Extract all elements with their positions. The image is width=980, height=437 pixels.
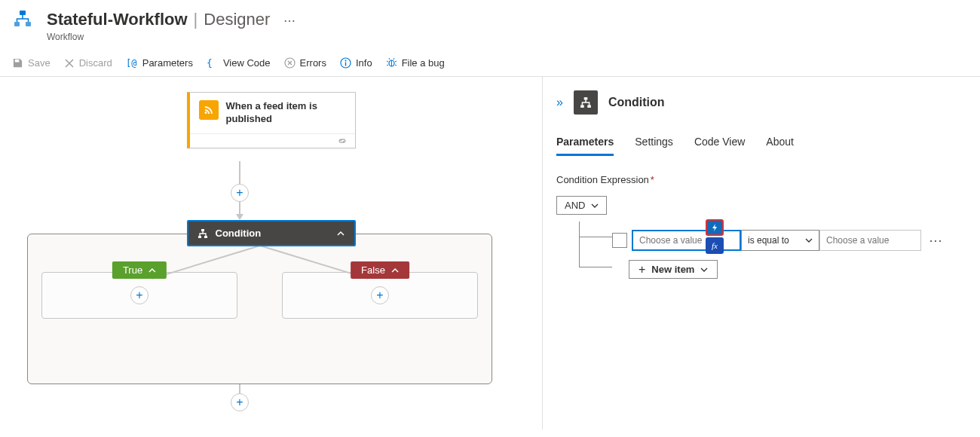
add-false-action-button[interactable]: + bbox=[371, 286, 389, 304]
file-bug-button[interactable]: File a bug bbox=[386, 57, 445, 69]
panel-title: Condition bbox=[608, 96, 665, 109]
svg-rect-1 bbox=[14, 22, 20, 26]
condition-icon bbox=[574, 90, 598, 115]
add-true-action-button[interactable]: + bbox=[130, 286, 149, 304]
page-title: Stateful-Workflow bbox=[47, 10, 188, 29]
expression-button[interactable]: fx bbox=[706, 237, 724, 254]
and-operator-select[interactable]: AND bbox=[556, 196, 607, 215]
field-label: Condition Expression* bbox=[556, 174, 957, 185]
rss-icon bbox=[199, 100, 219, 120]
svg-rect-15 bbox=[587, 105, 591, 107]
discard-button[interactable]: Discard bbox=[64, 57, 112, 69]
condition-card[interactable]: Condition bbox=[187, 220, 356, 246]
tab-parameters[interactable]: Parameters bbox=[556, 136, 614, 156]
details-panel: » Condition Parameters Settings Code Vie… bbox=[543, 77, 980, 429]
svg-rect-12 bbox=[204, 236, 207, 238]
page-section: Designer bbox=[204, 10, 270, 29]
designer-canvas[interactable]: When a feed item is published + Conditio… bbox=[0, 77, 543, 429]
trigger-title: When a feed item is published bbox=[226, 100, 346, 126]
condition-icon bbox=[198, 228, 208, 239]
page-subtitle: Workflow bbox=[0, 32, 980, 42]
add-step-after-button[interactable]: + bbox=[231, 393, 249, 411]
true-branch-header[interactable]: True bbox=[112, 261, 167, 279]
title-more-button[interactable]: ⋯ bbox=[283, 14, 296, 28]
svg-text:{ }: { } bbox=[207, 58, 219, 69]
save-button[interactable]: Save bbox=[12, 57, 51, 69]
chevron-down-icon bbox=[805, 237, 813, 244]
errors-button[interactable]: Errors bbox=[284, 57, 326, 69]
row-more-button[interactable]: ⋯ bbox=[929, 232, 944, 249]
true-branch-card: + bbox=[41, 272, 237, 319]
bug-icon bbox=[386, 57, 397, 69]
tab-settings[interactable]: Settings bbox=[635, 136, 673, 156]
operator-select[interactable]: is equal to bbox=[741, 230, 819, 251]
new-item-button[interactable]: + New item bbox=[629, 260, 718, 279]
svg-rect-10 bbox=[201, 229, 204, 231]
collapse-panel-button[interactable]: » bbox=[556, 96, 563, 109]
link-icon bbox=[337, 137, 348, 145]
svg-rect-13 bbox=[584, 97, 588, 99]
value-right-input[interactable] bbox=[819, 230, 921, 251]
false-branch-header[interactable]: False bbox=[351, 261, 409, 279]
info-button[interactable]: Info bbox=[340, 57, 372, 69]
chevron-up-icon bbox=[336, 229, 345, 238]
svg-rect-8 bbox=[345, 63, 346, 66]
save-icon bbox=[12, 57, 23, 69]
info-icon bbox=[340, 57, 351, 69]
view-code-button[interactable]: { } View Code bbox=[207, 57, 271, 69]
trigger-card[interactable]: When a feed item is published bbox=[187, 92, 356, 148]
svg-rect-0 bbox=[20, 11, 26, 15]
svg-rect-2 bbox=[26, 22, 31, 26]
parameters-icon: [@] bbox=[126, 58, 138, 69]
false-branch-card: + bbox=[282, 272, 478, 319]
x-icon bbox=[64, 58, 75, 69]
tab-code-view[interactable]: Code View bbox=[694, 136, 745, 156]
svg-rect-14 bbox=[580, 105, 584, 107]
condition-scope: True + False + bbox=[27, 234, 492, 384]
svg-point-7 bbox=[345, 60, 346, 62]
dynamic-content-button[interactable] bbox=[706, 219, 724, 236]
command-bar: Save Discard [@] Parameters { } View Cod… bbox=[0, 50, 980, 77]
value-left-input[interactable] bbox=[632, 230, 741, 251]
condition-title: Condition bbox=[216, 228, 262, 239]
tab-about[interactable]: About bbox=[766, 136, 794, 156]
parameters-button[interactable]: [@] Parameters bbox=[126, 57, 193, 69]
chevron-down-icon bbox=[700, 266, 708, 274]
chevron-up-icon bbox=[391, 267, 399, 274]
workflow-icon bbox=[12, 9, 33, 30]
chevron-up-icon bbox=[149, 267, 156, 274]
panel-tabs: Parameters Settings Code View About bbox=[556, 136, 957, 156]
braces-icon: { } bbox=[207, 58, 219, 69]
add-step-button[interactable]: + bbox=[231, 184, 249, 202]
error-icon bbox=[284, 57, 296, 69]
svg-rect-11 bbox=[198, 236, 201, 238]
chevron-down-icon bbox=[591, 202, 599, 209]
svg-text:[@]: [@] bbox=[126, 58, 138, 69]
row-checkbox[interactable] bbox=[612, 233, 627, 248]
